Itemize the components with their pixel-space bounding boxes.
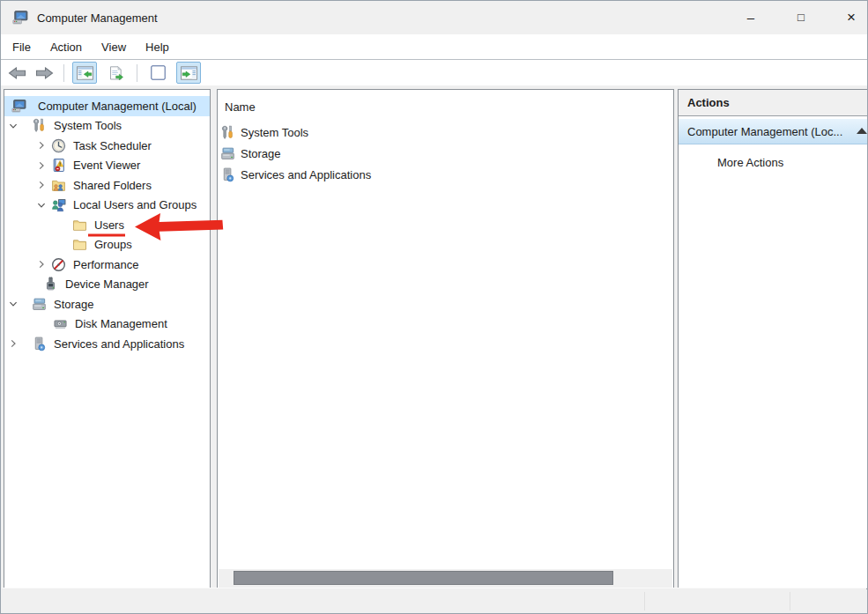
- action-pane-icon: [181, 66, 197, 80]
- list-item-label: System Tools: [241, 126, 308, 139]
- title-bar: Computer Management – □ ×: [1, 1, 867, 34]
- list-item-label: Services and Applications: [241, 168, 371, 181]
- tree-item-label: System Tools: [54, 119, 122, 132]
- menu-file[interactable]: File: [3, 34, 41, 59]
- maximize-button[interactable]: □: [782, 1, 820, 33]
- toolbar-separator: [137, 64, 137, 82]
- show-action-pane-button[interactable]: [176, 62, 201, 84]
- tree-item-label: Groups: [94, 238, 132, 251]
- tree-item-label: Local Users and Groups: [73, 198, 197, 211]
- back-icon[interactable]: [7, 66, 27, 80]
- storage-icon: [220, 146, 235, 161]
- tree-item-local-users-and-groups[interactable]: Local Users and Groups: [4, 196, 210, 216]
- minimize-button[interactable]: –: [731, 1, 770, 33]
- folder-icon: [72, 218, 87, 233]
- export-list-button[interactable]: [103, 62, 128, 84]
- console-tree-pane: Computer Management (Local) System Tools…: [4, 89, 211, 589]
- tree-item-label: Performance: [73, 258, 138, 271]
- tree-item-label: Users: [94, 218, 124, 232]
- services-applications-icon: [220, 167, 235, 182]
- menu-bar: File Action View Help: [1, 34, 867, 59]
- status-bar-separator: [790, 592, 790, 610]
- menu-help[interactable]: Help: [136, 34, 179, 59]
- tree-item-computer-management[interactable]: Computer Management (Local): [4, 96, 210, 116]
- chevron-right-icon[interactable]: [34, 138, 48, 152]
- tree-item-device-manager[interactable]: Device Manager: [4, 275, 210, 295]
- results-list: System Tools Storage Services and Applic…: [218, 122, 673, 185]
- local-users-groups-icon: [51, 197, 66, 212]
- tree-item-label: Task Scheduler: [73, 139, 152, 152]
- tree-item-label: Shared Folders: [73, 179, 152, 192]
- actions-pane-title: Actions: [679, 90, 868, 116]
- horizontal-scrollbar[interactable]: [219, 569, 672, 588]
- tree-item-services-and-applications[interactable]: Services and Applications: [4, 334, 210, 354]
- task-scheduler-icon: [51, 138, 66, 153]
- device-manager-icon: [43, 277, 58, 292]
- forward-icon[interactable]: [34, 66, 55, 80]
- tree-item-label: Storage: [54, 298, 94, 311]
- tree-item-label: Services and Applications: [54, 337, 184, 351]
- tree-item-performance[interactable]: Performance: [4, 255, 210, 275]
- chevron-right-icon[interactable]: [6, 337, 20, 351]
- computer-icon: [11, 99, 26, 114]
- chevron-right-icon[interactable]: [34, 257, 48, 271]
- help-icon: [151, 65, 166, 80]
- event-viewer-icon: [51, 158, 66, 173]
- collapse-arrow-icon[interactable]: [857, 128, 867, 134]
- actions-group-label: Computer Management (Loc...: [687, 125, 842, 138]
- export-list-icon: [108, 66, 123, 80]
- more-actions-item[interactable]: More Actions: [679, 152, 868, 172]
- tree-item-system-tools[interactable]: System Tools: [4, 116, 210, 137]
- actions-pane: Actions Computer Management (Loc... More…: [678, 89, 868, 589]
- list-item-label: Storage: [241, 147, 281, 160]
- computer-management-window: Computer Management – □ × File Action Vi…: [0, 0, 868, 614]
- shared-folders-icon: [51, 178, 66, 193]
- services-applications-icon: [32, 337, 47, 351]
- chevron-down-icon[interactable]: [6, 119, 20, 133]
- results-list-pane: Name System Tools Storage Services and A…: [217, 89, 674, 589]
- tree-item-label: Device Manager: [65, 277, 149, 291]
- close-button[interactable]: ×: [832, 1, 868, 33]
- tree-item-groups[interactable]: Groups: [4, 235, 210, 255]
- actions-group-header[interactable]: Computer Management (Loc...: [679, 119, 868, 144]
- chevron-down-icon[interactable]: [34, 198, 48, 212]
- list-item-system-tools[interactable]: System Tools: [218, 122, 673, 143]
- show-console-tree-button[interactable]: [72, 62, 97, 84]
- status-bar: [2, 588, 866, 612]
- toolbar-separator: [63, 64, 64, 82]
- tree-item-storage[interactable]: Storage: [4, 294, 210, 314]
- computer-management-app-icon: [12, 10, 28, 26]
- list-item-services-and-applications[interactable]: Services and Applications: [218, 164, 673, 185]
- window-title: Computer Management: [37, 11, 158, 25]
- tree-item-disk-management[interactable]: Disk Management: [4, 314, 210, 335]
- console-tree-icon: [77, 66, 93, 80]
- toolbar: [1, 59, 867, 85]
- tree-item-event-viewer[interactable]: Event Viewer: [4, 156, 210, 176]
- folder-icon: [72, 237, 87, 252]
- chevron-down-icon[interactable]: [6, 297, 20, 311]
- chevron-right-icon[interactable]: [34, 159, 48, 173]
- column-header-name[interactable]: Name: [218, 90, 673, 118]
- tree-item-task-scheduler[interactable]: Task Scheduler: [4, 136, 210, 156]
- tree-item-users[interactable]: Users: [4, 215, 210, 235]
- list-item-storage[interactable]: Storage: [218, 143, 673, 164]
- disk-management-icon: [53, 316, 68, 331]
- tree-item-label: Computer Management (Local): [38, 100, 197, 113]
- system-tools-icon: [220, 125, 235, 140]
- horizontal-scrollbar-thumb[interactable]: [234, 571, 613, 585]
- help-button[interactable]: [145, 62, 170, 84]
- tree-item-label: Event Viewer: [73, 159, 140, 172]
- tree-item-shared-folders[interactable]: Shared Folders: [4, 175, 210, 196]
- tree-item-label: Disk Management: [75, 317, 167, 330]
- menu-action[interactable]: Action: [41, 34, 92, 59]
- system-tools-icon: [32, 118, 47, 133]
- storage-icon: [32, 297, 47, 312]
- menu-view[interactable]: View: [92, 34, 136, 59]
- status-bar-separator: [644, 592, 645, 610]
- chevron-right-icon[interactable]: [34, 178, 48, 192]
- performance-icon: [51, 257, 66, 272]
